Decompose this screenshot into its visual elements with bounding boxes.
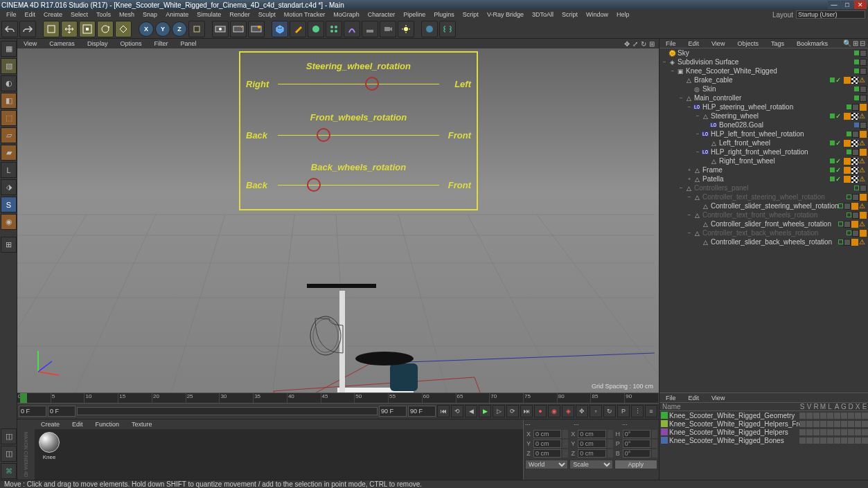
object-tags[interactable]: ⚠ xyxy=(838,202,867,210)
object-tags[interactable]: ⚠ xyxy=(838,220,867,228)
go-end-button[interactable]: ⏭ xyxy=(520,405,533,417)
scale-tool[interactable] xyxy=(79,21,96,37)
workplane-snap[interactable]: ◉ xyxy=(1,214,17,230)
range-slider[interactable] xyxy=(77,407,378,415)
menu-mograph[interactable]: MoGraph xyxy=(330,11,363,18)
vp-menu-view[interactable]: View xyxy=(20,40,40,47)
object-tags[interactable] xyxy=(847,194,867,201)
front-wheels-slider[interactable] xyxy=(278,135,439,136)
rot-p-input[interactable] xyxy=(623,440,650,448)
redo-button[interactable] xyxy=(19,21,36,37)
mat-menu-edit[interactable]: Edit xyxy=(69,421,87,428)
object-name[interactable]: Frame xyxy=(702,166,830,174)
object-tags[interactable] xyxy=(854,185,867,192)
tree-row[interactable]: △Controller_slider_back_wheels_rotation⚠ xyxy=(659,237,868,246)
menu-script[interactable]: Script xyxy=(558,11,581,18)
expander-icon[interactable]: − xyxy=(677,185,684,191)
menu-create[interactable]: Create xyxy=(40,11,66,18)
coord-system[interactable] xyxy=(188,21,205,37)
obj-menu-objects[interactable]: Objects xyxy=(734,40,762,47)
tree-row[interactable]: −△Controller_text_front_wheels_rotation xyxy=(659,210,868,219)
pla-key[interactable]: ⋮ xyxy=(631,405,644,417)
menu-render[interactable]: Render xyxy=(226,11,254,18)
next-key-button[interactable]: ⟳ xyxy=(506,405,519,417)
obj-menu-bookmarks[interactable]: Bookmarks xyxy=(793,40,831,47)
next-frame-button[interactable]: ▷ xyxy=(493,405,505,417)
expander-icon[interactable]: − xyxy=(694,149,701,155)
end-frame-input[interactable] xyxy=(408,406,436,417)
object-name[interactable]: Steering_wheel xyxy=(711,112,830,120)
tree-row[interactable]: △Brake_cable✓⚠ xyxy=(659,75,868,84)
tree-row[interactable]: △Controller_slider_front_wheels_rotation… xyxy=(659,219,868,228)
expander-icon[interactable]: + xyxy=(686,176,693,182)
workplane-mode[interactable]: ◧ xyxy=(1,93,17,109)
menu-v-ray-bridge[interactable]: V-Ray Bridge xyxy=(484,11,527,18)
mat-menu-create[interactable]: Create xyxy=(37,421,63,428)
object-tags[interactable]: ✓⚠ xyxy=(830,166,867,174)
object-name[interactable]: Controller_slider_front_wheels_rotation xyxy=(711,220,838,228)
viewport-layout-icon[interactable]: ⊞ xyxy=(649,40,656,47)
object-tags[interactable] xyxy=(854,95,867,102)
expander-icon[interactable]: − xyxy=(677,95,684,101)
tree-row[interactable]: △Left_front_wheel✓⚠ xyxy=(659,138,868,147)
layer-menu-file[interactable]: File xyxy=(662,395,680,401)
mat-menu-texture[interactable]: Texture xyxy=(128,421,156,428)
object-tags[interactable]: ✓⚠ xyxy=(830,157,867,165)
tree-row[interactable]: +△Patella✓⚠ xyxy=(659,174,868,183)
edge-mode[interactable]: ▱ xyxy=(1,127,17,143)
viewport-rotate-icon[interactable]: ↻ xyxy=(641,40,648,47)
object-name[interactable]: Patella xyxy=(702,175,830,183)
tree-row[interactable]: △Controller_slider_steering_wheel_rotati… xyxy=(659,201,868,210)
object-name[interactable]: Subdivision Surface xyxy=(677,58,854,66)
size-z-input[interactable] xyxy=(578,449,605,458)
prev-key-button[interactable]: ⟲ xyxy=(451,405,463,417)
menu-select[interactable]: Select xyxy=(67,11,91,18)
layer-row[interactable]: Knee_Scooter_White_Rigged_Helpers_Freeze xyxy=(659,419,868,428)
camera-tool[interactable] xyxy=(380,21,396,37)
obj-menu-view[interactable]: View xyxy=(708,40,728,47)
cube-primitive[interactable] xyxy=(272,21,288,37)
tree-row[interactable]: −△Controllers_panel xyxy=(659,183,868,192)
viewport-nav-icon[interactable]: ✥ xyxy=(624,40,631,47)
tree-row[interactable]: −△Main_controller xyxy=(659,93,868,102)
obj-menu-file[interactable]: File xyxy=(662,40,680,47)
tree-row[interactable]: ◎Skin xyxy=(659,84,868,93)
layer-flags[interactable] xyxy=(799,429,868,435)
keyframe-sel-button[interactable]: ◈ xyxy=(562,405,574,417)
vp-menu-panel[interactable]: Panel xyxy=(177,40,200,47)
object-name[interactable]: Controller_text_back_wheels_rotation xyxy=(702,229,847,237)
object-tags[interactable]: ✓⚠ xyxy=(830,112,867,120)
autokey-button[interactable]: ◉ xyxy=(548,405,560,417)
object-tags[interactable]: ✓⚠ xyxy=(830,76,867,84)
menu-animate[interactable]: Animate xyxy=(162,11,192,18)
tree-row[interactable]: +△Frame✓⚠ xyxy=(659,165,868,174)
record-button[interactable]: ● xyxy=(534,405,547,417)
object-name[interactable]: Knee_Scooter_White_Rigged xyxy=(686,67,854,75)
object-name[interactable]: Brake_cable xyxy=(694,76,830,84)
pos-y-input[interactable] xyxy=(533,440,561,448)
menu-file[interactable]: File xyxy=(3,11,20,18)
layout-dropdown[interactable] xyxy=(796,10,865,19)
back-wheels-slider[interactable] xyxy=(278,185,439,186)
expander-icon[interactable]: − xyxy=(661,59,668,65)
array-tool[interactable] xyxy=(326,21,342,37)
tree-row[interactable]: −◈Subdivision Surface xyxy=(659,57,868,66)
object-tags[interactable] xyxy=(854,86,867,93)
expander-icon[interactable]: + xyxy=(686,167,693,173)
layer-menu-edit[interactable]: Edit xyxy=(685,395,703,401)
time-ruler[interactable]: 051015202530354045505560657075808590 xyxy=(17,392,659,404)
menu-edit[interactable]: Edit xyxy=(21,11,39,18)
go-start-button[interactable]: ⏮ xyxy=(437,405,450,417)
param-key[interactable]: P xyxy=(617,405,630,417)
play-button[interactable]: ▶ xyxy=(479,405,491,417)
layer-menu-view[interactable]: View xyxy=(708,395,728,401)
minimize-button[interactable]: — xyxy=(828,1,840,9)
obj-filter-icon[interactable]: ⊟ xyxy=(860,39,865,47)
move-tool[interactable] xyxy=(61,21,78,37)
object-name[interactable]: Main_controller xyxy=(694,94,854,102)
menu-simulate[interactable]: Simulate xyxy=(193,11,224,18)
vp-menu-options[interactable]: Options xyxy=(116,40,145,47)
tree-row[interactable]: −L0HLP_left_front_wheel_rotation xyxy=(659,129,868,138)
coord-mode-1[interactable]: World xyxy=(525,460,568,469)
obj-search-icon[interactable]: 🔍 xyxy=(843,39,851,47)
